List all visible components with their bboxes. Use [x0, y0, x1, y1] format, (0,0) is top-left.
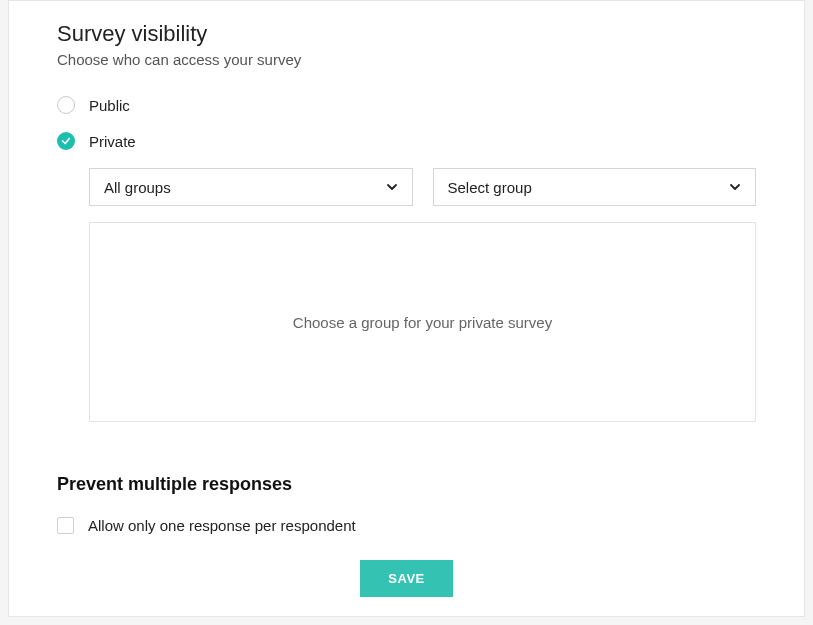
visibility-title: Survey visibility — [57, 21, 756, 47]
private-settings: All groups Select group Choose a group f… — [89, 168, 756, 422]
group-type-select-value: All groups — [104, 179, 171, 196]
group-selects-row: All groups Select group — [89, 168, 756, 206]
chevron-down-icon — [729, 181, 741, 193]
checkbox-unchecked-icon — [57, 517, 74, 534]
prevent-title: Prevent multiple responses — [57, 474, 756, 495]
settings-panel: Survey visibility Choose who can access … — [8, 0, 805, 617]
radio-unselected-icon — [57, 96, 75, 114]
check-icon — [61, 136, 71, 146]
chevron-down-icon — [386, 181, 398, 193]
group-select[interactable]: Select group — [433, 168, 757, 206]
save-button[interactable]: SAVE — [360, 560, 452, 597]
group-type-select[interactable]: All groups — [89, 168, 413, 206]
allow-one-response-label: Allow only one response per respondent — [88, 517, 356, 534]
allow-one-response-checkbox[interactable]: Allow only one response per respondent — [57, 517, 756, 534]
group-empty-message: Choose a group for your private survey — [293, 314, 552, 331]
radio-private-label: Private — [89, 133, 136, 150]
prevent-multiple-section: Prevent multiple responses Allow only on… — [57, 474, 756, 534]
visibility-subtitle: Choose who can access your survey — [57, 51, 756, 68]
actions-row: SAVE — [57, 560, 756, 597]
radio-public-label: Public — [89, 97, 130, 114]
group-empty-state: Choose a group for your private survey — [89, 222, 756, 422]
radio-private[interactable]: Private — [57, 132, 756, 150]
radio-selected-icon — [57, 132, 75, 150]
group-select-value: Select group — [448, 179, 532, 196]
radio-public[interactable]: Public — [57, 96, 756, 114]
